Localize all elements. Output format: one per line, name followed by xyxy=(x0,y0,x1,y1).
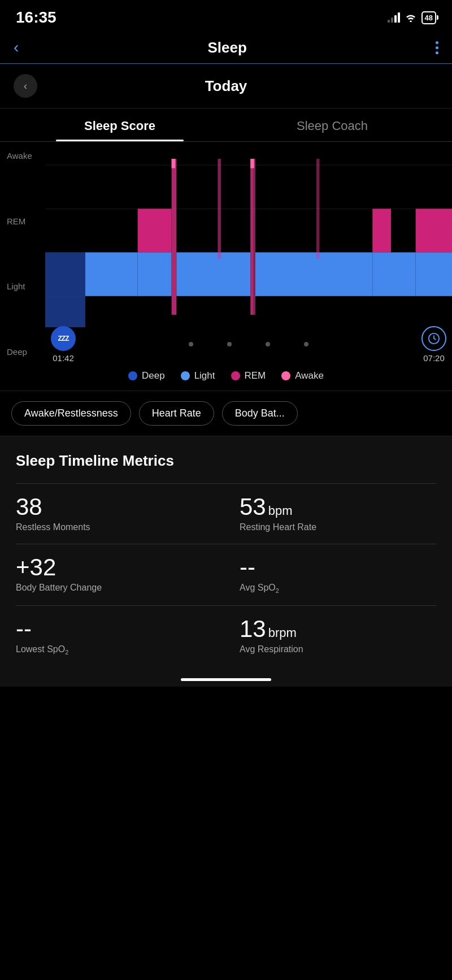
chart-dot xyxy=(266,342,270,346)
svg-rect-5 xyxy=(45,253,85,327)
sleep-start-time: ZZZ 01:42 xyxy=(51,326,76,363)
home-indicator xyxy=(181,678,271,681)
sleep-timeline-metrics: Sleep Timeline Metrics 38 Restless Momen… xyxy=(0,436,452,667)
filter-heart-rate[interactable]: Heart Rate xyxy=(139,401,214,426)
metric-value-avg-respiration: 13brpm xyxy=(240,617,427,641)
metric-label-avg-spo2: Avg SpO2 xyxy=(240,583,427,594)
metric-avg-spo2: -- Avg SpO2 xyxy=(226,544,436,605)
filter-body-battery[interactable]: Body Bat... xyxy=(222,401,298,426)
svg-point-0 xyxy=(410,20,412,22)
chevron-left-icon: ‹ xyxy=(24,80,27,92)
back-button[interactable]: ‹ xyxy=(14,38,19,57)
status-time: 16:35 xyxy=(16,8,56,27)
chart-dot xyxy=(304,342,308,346)
nav-bar: ‹ Sleep xyxy=(0,32,452,64)
wifi-icon xyxy=(405,13,417,22)
svg-rect-19 xyxy=(416,209,452,252)
tab-bar: Sleep Score Sleep Coach xyxy=(0,109,452,142)
metric-lowest-spo2: -- Lowest SpO2 xyxy=(16,605,226,667)
sleep-start-icon: ZZZ xyxy=(51,326,76,351)
tab-sleep-score[interactable]: Sleep Score xyxy=(14,109,226,141)
home-bar xyxy=(0,667,452,687)
legend-awake-label: Awake xyxy=(295,370,324,381)
sleep-chart-svg xyxy=(45,146,452,327)
time-end-label: 07:20 xyxy=(423,353,445,363)
current-date: Today xyxy=(37,77,415,95)
metric-resting-heart-rate: 53bpm Resting Heart Rate xyxy=(226,483,436,544)
light-color-dot xyxy=(181,371,190,380)
metric-value-restless: 38 xyxy=(16,495,212,519)
svg-rect-16 xyxy=(372,209,391,252)
legend-light-label: Light xyxy=(194,370,215,381)
svg-rect-22 xyxy=(250,159,254,168)
y-label-light: Light xyxy=(7,281,41,291)
chart-dot xyxy=(227,342,232,346)
chart-dots xyxy=(189,342,308,346)
chart-time-row: ZZZ 01:42 07:20 xyxy=(45,327,452,361)
svg-rect-12 xyxy=(250,159,253,315)
svg-rect-8 xyxy=(138,253,172,296)
filter-awake-restlessness[interactable]: Awake/Restlessness xyxy=(11,401,131,426)
chart-svg-area xyxy=(45,146,452,327)
sleep-chart-section: Awake REM Light Deep xyxy=(0,146,452,436)
svg-rect-6 xyxy=(85,253,138,296)
svg-rect-10 xyxy=(176,253,250,296)
status-icons: 48 xyxy=(388,11,436,24)
sleep-end-icon xyxy=(421,326,446,351)
more-dot xyxy=(436,51,438,54)
sleep-legend: Deep Light REM Awake xyxy=(0,361,452,391)
svg-rect-13 xyxy=(254,159,255,315)
status-bar: 16:35 48 xyxy=(0,0,452,32)
metric-value-avg-spo2: -- xyxy=(240,556,427,579)
legend-rem: REM xyxy=(231,370,266,381)
metric-restless-moments: 38 Restless Moments xyxy=(16,483,226,544)
metric-label-body-battery: Body Battery Change xyxy=(16,583,212,593)
legend-deep-label: Deep xyxy=(142,370,165,381)
chart-dot xyxy=(189,342,193,346)
metric-label-restless: Restless Moments xyxy=(16,522,212,532)
legend-deep: Deep xyxy=(128,370,165,381)
svg-rect-15 xyxy=(316,159,319,259)
svg-rect-17 xyxy=(372,253,391,296)
more-dot xyxy=(436,46,438,49)
svg-rect-9 xyxy=(172,159,177,315)
metric-value-body-battery: +32 xyxy=(16,556,212,579)
legend-rem-label: REM xyxy=(245,370,266,381)
legend-light: Light xyxy=(181,370,215,381)
signal-bars-icon xyxy=(388,12,400,23)
chart-y-labels: Awake REM Light Deep xyxy=(0,146,45,361)
svg-rect-18 xyxy=(391,253,416,296)
y-label-deep: Deep xyxy=(7,347,41,357)
metric-value-heart-rate: 53bpm xyxy=(240,495,427,519)
metric-avg-respiration: 13brpm Avg Respiration xyxy=(226,605,436,667)
legend-awake: Awake xyxy=(281,370,324,381)
date-row: ‹ Today xyxy=(0,64,452,109)
more-menu-button[interactable] xyxy=(436,41,438,54)
svg-rect-11 xyxy=(218,159,220,259)
sleep-end-time: 07:20 xyxy=(421,326,446,363)
svg-rect-14 xyxy=(255,253,372,296)
battery-level: 48 xyxy=(425,14,433,22)
tab-sleep-coach[interactable]: Sleep Coach xyxy=(226,109,438,141)
metrics-title: Sleep Timeline Metrics xyxy=(16,452,436,470)
metric-label-avg-respiration: Avg Respiration xyxy=(240,644,427,654)
svg-rect-21 xyxy=(172,159,176,168)
zzz-text: ZZZ xyxy=(58,335,69,342)
y-label-awake: Awake xyxy=(7,151,41,161)
prev-date-button[interactable]: ‹ xyxy=(14,74,37,98)
filter-pills-row: Awake/Restlessness Heart Rate Body Bat..… xyxy=(0,391,452,436)
svg-rect-20 xyxy=(416,253,452,296)
metric-body-battery: +32 Body Battery Change xyxy=(16,544,226,605)
svg-rect-7 xyxy=(138,209,172,252)
sleep-chart: Awake REM Light Deep xyxy=(0,146,452,361)
rem-color-dot xyxy=(231,371,240,380)
awake-color-dot xyxy=(281,371,290,380)
time-start-label: 01:42 xyxy=(53,353,74,363)
metric-value-lowest-spo2: -- xyxy=(16,617,212,641)
metrics-grid: 38 Restless Moments 53bpm Resting Heart … xyxy=(16,483,436,667)
deep-color-dot xyxy=(128,371,137,380)
y-label-rem: REM xyxy=(7,216,41,226)
metric-label-lowest-spo2: Lowest SpO2 xyxy=(16,644,212,656)
page-title: Sleep xyxy=(207,39,246,57)
metric-label-heart-rate: Resting Heart Rate xyxy=(240,522,427,532)
